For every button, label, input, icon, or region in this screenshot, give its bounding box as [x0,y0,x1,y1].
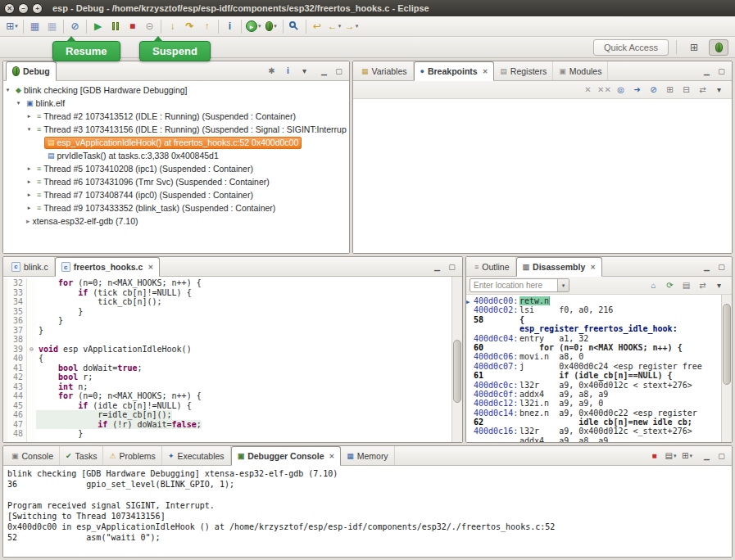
console-output[interactable]: blink checking [GDB Hardware Debugging] … [3,466,732,557]
maximize-icon[interactable]: ▢ [715,261,728,272]
debug-tree-item[interactable]: ▤esp_vApplicationIdleHook() at freertos_… [3,136,349,149]
line-number[interactable]: 42 [7,373,27,382]
collapse-all-button[interactable]: ⊟ [678,83,694,97]
close-tab-icon[interactable]: ✕ [590,264,596,271]
show-breakpoints-for-selected-button[interactable]: ◎ [613,83,628,97]
disassembly-line[interactable]: 400d0c0f:addx4 a9, a8, a9 [466,390,721,399]
line-number[interactable]: 43 [7,382,27,392]
forward-button[interactable]: →▾ [343,18,361,35]
location-dropdown-icon[interactable]: ▾ [557,279,569,291]
last-edit-location-button[interactable]: ↩ [309,18,326,35]
terminate-button[interactable]: ■ [124,18,141,35]
home-button[interactable]: ⌂ [646,278,661,293]
tab-executables[interactable]: ✦Executables [162,446,231,465]
open-console-button[interactable]: ⊞▾ [679,449,695,463]
code-line[interactable]: 32 for (n=0; n<MAX_HOOKS; n++) { [3,278,451,288]
disassembly-line[interactable]: addx4 a9, a8, a9 [466,436,721,442]
close-tab-icon[interactable]: ✕ [329,453,334,460]
step-return-button[interactable]: ↑ [198,18,216,35]
step-into-button[interactable]: ↓ [164,18,181,35]
code-line[interactable]: 39⊖void esp_vApplicationIdleHook() [3,345,451,355]
location-input[interactable]: Enter location here ▾ [470,278,569,292]
debug-tree-item[interactable]: ▾≡Thread #3 1073413156 (IDLE : Running) … [3,123,349,136]
display-selected-console-button[interactable]: ▤▾ [663,449,678,463]
line-number[interactable]: 35 [7,307,27,317]
search-button[interactable] [286,18,303,35]
close-button[interactable]: ✕ [4,3,15,14]
breakpoints-content[interactable] [353,99,732,253]
code-line[interactable]: 44 for (n=0; n<MAX_HOOKS; n++) { [3,391,451,401]
code-line[interactable]: 47 if (!r) doWait=false; [3,420,451,430]
tab-freertos-hooks-c[interactable]: cfreertos_hooks.c✕ [55,257,160,277]
expand-all-button[interactable]: ⊞ [662,83,678,97]
step-over-button[interactable]: ↷ [181,18,198,35]
maximize-icon[interactable]: ▢ [333,65,345,76]
minimize-icon[interactable]: ▁ [701,450,713,461]
debug-tree-item[interactable]: ▸xtensa-esp32-elf-gdb (7.10) [3,215,349,228]
expand-arrow-icon[interactable]: ▸ [25,192,34,198]
disassembly-content[interactable]: ▶400d0c00:retw.n400d0c02:lsi f0, a0, 216… [466,295,721,442]
debug-tree-item[interactable]: ▾◆blink checking [GDB Hardware Debugging… [3,84,349,97]
disassembly-line[interactable]: 400d0c04:entry a1, 32 [466,334,721,343]
tab-outline[interactable]: ≡Outline [469,257,516,276]
open-perspective-button[interactable]: ⊞ [684,39,704,56]
sync-with-context-button[interactable]: ⇄ [695,278,710,293]
debug-tree-item[interactable]: ▸≡Thread #6 1073431096 (Tmr Svc) (Suspen… [3,175,349,188]
line-number[interactable]: 38 [7,335,27,345]
editor-scrollbar[interactable] [451,277,462,442]
tab-disassembly[interactable]: ▥Disassembly✕ [516,257,602,277]
expand-arrow-icon[interactable]: ▸ [25,113,34,120]
refresh-button[interactable]: ⟳ [662,278,678,293]
disassembly-line[interactable]: 400d0c06:movi.n a8, 0 [466,352,721,361]
tab-blink-c[interactable]: cblink.c [6,257,55,276]
tab-variables[interactable]: ▦Variables [356,61,414,80]
line-number[interactable]: 34 [7,297,27,307]
minimize-icon[interactable]: ▁ [318,65,330,76]
quick-access-button[interactable]: Quick Access [593,39,669,56]
debug-tree-item[interactable]: ▸≡Thread #9 1073433352 (blink_task) (Sus… [3,201,349,215]
disassembly-line[interactable]: 61 if (idle_cb[n]==NULL) { [466,371,721,380]
minimize-button[interactable]: − [18,3,29,14]
save-button[interactable]: ▦ [26,18,43,35]
disassembly-line[interactable]: 400d0c14:bnez.n a9, 0x400d0c22 <esp_regi… [466,409,721,418]
line-number[interactable]: 33 [7,288,27,298]
suspend-button[interactable] [107,18,124,35]
tab-debug[interactable]: Debug [6,61,57,81]
debug-view-settings-button[interactable]: ✱ [264,64,279,79]
maximize-icon[interactable]: ▢ [446,261,458,272]
scrollbar-thumb[interactable] [453,340,461,403]
minimize-icon[interactable]: ▁ [701,261,713,272]
tab-modules[interactable]: ▣Modules [553,61,608,80]
code-line[interactable]: 34 tick_cb[n](); [3,297,451,307]
tab-registers[interactable]: ▤Registers [494,61,553,80]
debug-tree-item[interactable]: ▸≡Thread #5 1073410208 (ipc1) (Suspended… [3,162,349,175]
close-tab-icon[interactable]: ✕ [483,68,488,75]
debug-perspective-button[interactable] [709,39,728,56]
tab-memory[interactable]: ▦Memory [341,446,394,465]
minimize-icon[interactable]: ▁ [701,65,713,76]
line-number[interactable]: 39 [7,345,27,355]
disassembly-line[interactable]: 60 for (n=0; n<MAX_HOOKS; n++) { [466,343,721,352]
line-number[interactable]: 48 [7,429,27,439]
resume-button[interactable]: ▶ [89,18,107,35]
debug-tree-item[interactable]: ▸≡Thread #2 1073413512 (IDLE : Running) … [3,110,349,123]
line-number[interactable]: 44 [7,391,27,401]
remove-breakpoint-button[interactable]: ✕ [580,83,596,97]
scrollbar-thumb[interactable] [723,304,731,385]
line-number[interactable]: 32 [7,278,27,288]
show-source-button[interactable]: ▤ [678,278,694,293]
line-number[interactable]: 40 [7,354,27,364]
disassembly-line[interactable]: ▶400d0c00:retw.n [466,296,721,305]
skip-all-breakpoints-button[interactable]: ⊘ [66,18,84,35]
disassembly-line[interactable]: 58{ [466,315,721,324]
code-line[interactable]: 37} [3,326,451,336]
code-line[interactable]: 48 } [3,429,451,439]
debug-tree-item[interactable]: ▸≡Thread #7 1073408744 (ipc0) (Suspended… [3,188,349,201]
line-number[interactable]: 37 [7,326,27,336]
line-number[interactable]: 45 [7,401,27,411]
terminate-button[interactable]: ■ [647,449,662,463]
expand-arrow-icon[interactable]: ▸ [25,178,34,185]
maximize-button[interactable]: + [32,3,43,14]
expand-arrow-icon[interactable]: ▸ [25,165,34,172]
tab-console[interactable]: ▣Console [6,446,60,465]
